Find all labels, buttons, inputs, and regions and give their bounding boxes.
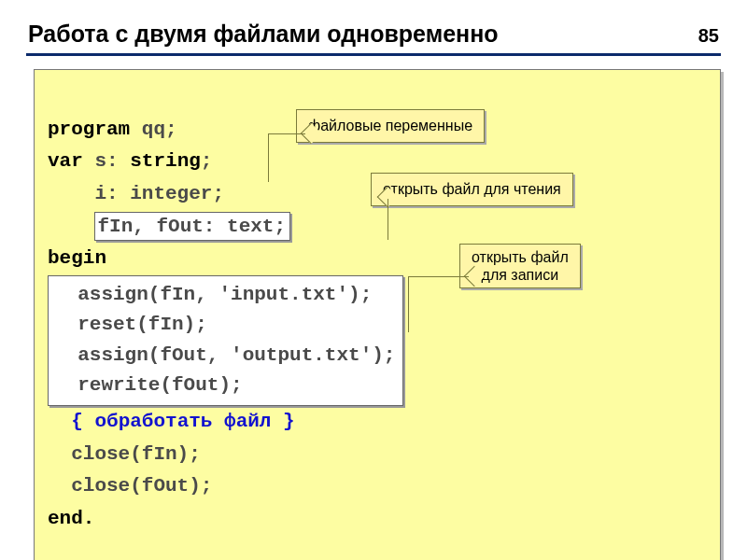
code-comment: { обработать файл } xyxy=(71,411,294,432)
callout-connector xyxy=(408,276,409,332)
code-text: assign(fIn, 'input.txt'); xyxy=(54,284,372,305)
callout-text: файловые переменные xyxy=(308,118,472,133)
code-text: s: xyxy=(83,150,130,172)
callout-text: открыть файл для чтения xyxy=(383,181,561,197)
kw-program: program xyxy=(48,119,130,140)
highlight-open-block: assign(fIn, 'input.txt'); reset(fIn); as… xyxy=(48,275,403,406)
code-text: close(fOut); xyxy=(48,475,212,497)
code-text xyxy=(48,216,94,237)
code-block: program qq; var s: string; i: integer; f… xyxy=(34,69,721,560)
code-text: ; xyxy=(201,150,213,172)
code-text: qq; xyxy=(130,119,176,140)
kw-begin: begin xyxy=(48,247,106,269)
code-text: assign(fOut, 'output.txt'); xyxy=(54,344,395,366)
header-rule xyxy=(26,53,721,56)
highlight-file-vars: fIn, fOut: text; xyxy=(94,212,290,241)
slide-header: Работа с двумя файлами одновременно 85 xyxy=(0,0,747,53)
code-text: i: integer; xyxy=(48,183,224,204)
kw-var: var xyxy=(48,150,83,172)
callout-connector xyxy=(268,133,305,134)
callout-connector xyxy=(268,133,269,182)
code-text: reset(fIn); xyxy=(54,314,207,335)
callout-connector xyxy=(388,199,388,240)
kw-string: string xyxy=(130,150,201,172)
kw-end: end. xyxy=(48,508,94,529)
callout-text: открыть файл xyxy=(472,249,569,265)
callout-open-read: открыть файл для чтения xyxy=(371,173,573,206)
callout-file-vars: файловые переменные xyxy=(296,109,485,143)
code-text xyxy=(48,411,71,432)
callout-connector xyxy=(408,276,469,277)
page-number: 85 xyxy=(698,25,719,47)
slide-title: Работа с двумя файлами одновременно xyxy=(28,21,698,48)
callout-text: для записи xyxy=(482,267,559,283)
code-text: rewrite(fOut); xyxy=(54,374,243,396)
code-text: close(fIn); xyxy=(48,443,212,465)
